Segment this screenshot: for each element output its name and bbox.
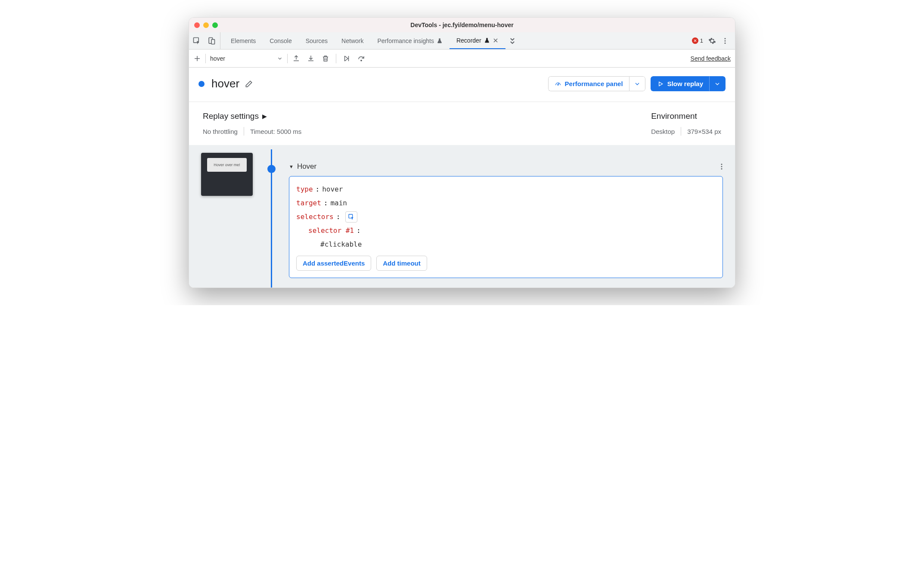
device-toggle-icon[interactable] [207,37,216,45]
error-icon [692,37,698,44]
recording-select[interactable]: hover [210,55,283,62]
tab-console[interactable]: Console [263,32,298,49]
slow-replay-dropdown[interactable] [709,76,726,91]
new-recording-icon[interactable] [193,55,201,62]
delete-icon[interactable] [321,54,330,63]
chevron-down-icon [277,56,283,62]
close-tab-icon[interactable] [493,37,499,43]
window-title: DevTools - jec.fyi/demo/menu-hover [189,22,735,28]
step-thumbnail[interactable]: Hover over me! [201,153,253,196]
collapse-icon: ▼ [289,164,294,169]
beaker-icon [437,38,443,44]
recording-header: hover Performance panel Slow replay [189,68,735,102]
recording-select-label: hover [210,55,225,62]
tab-recorder[interactable]: Recorder [450,32,505,49]
prop-val[interactable]: main [330,196,347,210]
step-title: Hover [297,162,316,171]
divider [287,54,288,63]
thumbnail-text: Hover over me! [207,158,247,172]
add-timeout-button[interactable]: Add timeout [376,256,427,271]
chevron-down-icon [714,80,721,87]
svg-point-6 [361,60,362,61]
performance-panel-button-group: Performance panel [548,76,645,91]
add-asserted-events-button[interactable]: Add assertedEvents [296,256,371,271]
close-window-button[interactable] [194,22,200,28]
maximize-window-button[interactable] [212,22,218,28]
play-icon [657,80,664,87]
export-icon[interactable] [292,54,301,63]
step-kebab-icon[interactable] [718,163,726,170]
send-feedback-link[interactable]: Send feedback [691,55,731,62]
import-icon[interactable] [307,54,315,63]
error-badge[interactable]: 1 [692,37,703,44]
settings-icon[interactable] [708,37,716,45]
pick-selector-icon[interactable] [345,211,357,223]
step-over-icon[interactable] [357,54,366,63]
devtools-window: DevTools - jec.fyi/demo/menu-hover Eleme… [189,17,735,288]
performance-panel-button[interactable]: Performance panel [548,76,629,91]
edit-title-icon[interactable] [245,80,253,88]
divider [244,127,244,136]
slow-replay-button-group: Slow replay [651,76,726,91]
panel-tabs-row: Elements Console Sources Network Perform… [189,32,735,49]
environment-heading: Environment [651,111,721,121]
prop-key: target [296,196,321,210]
svg-point-7 [558,84,558,85]
divider [205,54,206,63]
inspect-element-icon[interactable] [192,37,201,45]
timeout-value: Timeout: 5000 ms [250,128,302,135]
replay-settings-heading[interactable]: Replay settings ▶ [203,111,651,121]
step-header[interactable]: ▼ Hover [280,162,726,171]
svg-point-5 [725,42,726,43]
tab-performance-insights[interactable]: Performance insights [370,32,450,49]
svg-point-3 [725,38,726,39]
timeline: Hover over me! ▼ Hover type: hover targe… [189,145,735,288]
divider [681,127,681,136]
svg-point-10 [721,168,722,170]
environment-device: Desktop [651,128,675,135]
prop-key: type [296,183,313,196]
beaker-icon [484,37,490,43]
recording-status-dot [198,81,205,87]
gauge-icon [555,80,561,87]
svg-point-9 [721,166,722,167]
divider [336,54,336,63]
throttling-value: No throttling [203,128,238,135]
kebab-menu-icon[interactable] [721,37,729,45]
prop-key: selector #1 [308,224,354,238]
performance-panel-dropdown[interactable] [629,76,645,91]
step-card: type: hover target: main selectors: sele… [289,176,723,278]
expand-icon: ▶ [262,113,267,120]
panel-tabs: Elements Console Sources Network Perform… [224,32,517,49]
timeline-node[interactable] [267,165,276,173]
prop-val[interactable]: #clickable [320,238,362,251]
error-count: 1 [700,37,703,44]
recording-title: hover [211,77,239,90]
prop-key: selectors [296,210,334,224]
chevron-down-icon [634,80,641,87]
replay-settings-section: Replay settings ▶ No throttling Timeout:… [189,102,735,145]
traffic-lights [194,22,218,28]
more-tabs-icon[interactable] [508,37,517,45]
prop-val[interactable]: hover [322,183,343,196]
svg-point-8 [721,164,722,165]
tab-network[interactable]: Network [335,32,370,49]
slow-replay-button[interactable]: Slow replay [651,76,709,91]
recorder-toolbar: hover Send feedback [189,49,735,68]
tab-elements[interactable]: Elements [224,32,263,49]
svg-point-4 [725,40,726,41]
step-play-icon[interactable] [342,54,351,63]
titlebar: DevTools - jec.fyi/demo/menu-hover [189,18,735,32]
svg-rect-2 [211,39,215,44]
tab-sources[interactable]: Sources [299,32,335,49]
minimize-window-button[interactable] [203,22,209,28]
environment-size: 379×534 px [687,128,721,135]
